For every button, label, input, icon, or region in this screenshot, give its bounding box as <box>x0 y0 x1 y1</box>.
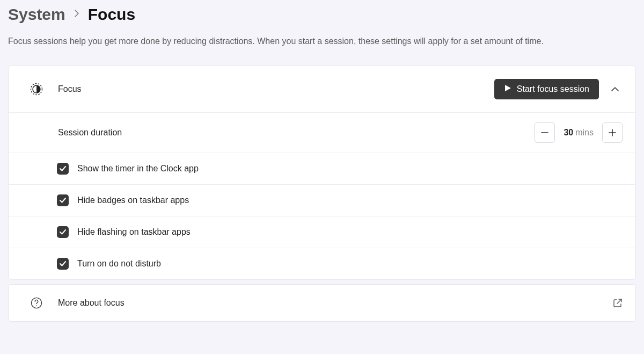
focus-icon <box>30 83 43 96</box>
minus-icon <box>541 129 548 136</box>
duration-value: 30 mins <box>564 128 594 138</box>
start-focus-label: Start focus session <box>517 84 589 94</box>
check-icon <box>59 260 67 268</box>
session-duration-label: Session duration <box>58 128 535 138</box>
focus-title: Focus <box>58 84 494 94</box>
increment-button[interactable] <box>602 122 623 143</box>
session-duration-row: Session duration 30 mins <box>9 113 635 153</box>
check-icon <box>59 197 67 204</box>
check-icon <box>59 228 67 236</box>
breadcrumb-current: Focus <box>88 5 135 24</box>
more-card: More about focus <box>8 284 636 322</box>
option-label: Show the timer in the Clock app <box>77 164 623 174</box>
help-icon <box>30 297 43 309</box>
option-row-show-timer: Show the timer in the Clock app <box>9 153 635 185</box>
chevron-up-icon <box>611 86 619 92</box>
more-label: More about focus <box>58 298 613 308</box>
option-label: Turn on do not disturb <box>77 259 623 269</box>
checkbox-hide-badges[interactable] <box>57 194 69 206</box>
option-row-hide-badges: Hide badges on taskbar apps <box>9 185 635 216</box>
play-icon <box>504 84 511 94</box>
option-label: Hide badges on taskbar apps <box>77 196 623 205</box>
svg-line-7 <box>617 299 621 304</box>
plus-icon <box>609 129 616 136</box>
option-row-dnd: Turn on do not disturb <box>9 248 635 279</box>
page-description: Focus sessions help you get more done by… <box>8 35 636 47</box>
focus-header-row: Focus Start focus session <box>9 66 635 113</box>
more-about-focus-link[interactable]: More about focus <box>9 285 635 321</box>
svg-point-6 <box>36 306 37 307</box>
checkbox-show-timer[interactable] <box>57 163 69 175</box>
breadcrumb-parent[interactable]: System <box>8 5 65 24</box>
option-label: Hide flashing on taskbar apps <box>77 227 623 237</box>
option-row-hide-flashing: Hide flashing on taskbar apps <box>9 216 635 248</box>
start-focus-button[interactable]: Start focus session <box>494 79 599 99</box>
collapse-toggle[interactable] <box>608 82 623 97</box>
chevron-right-icon <box>74 10 79 19</box>
breadcrumb: System Focus <box>8 5 636 24</box>
decrement-button[interactable] <box>535 122 555 143</box>
focus-card: Focus Start focus session Session durati… <box>8 66 636 280</box>
duration-stepper: 30 mins <box>535 122 623 143</box>
checkbox-dnd[interactable] <box>57 258 69 270</box>
external-link-icon <box>613 298 623 308</box>
check-icon <box>59 165 67 172</box>
checkbox-hide-flashing[interactable] <box>57 226 69 238</box>
